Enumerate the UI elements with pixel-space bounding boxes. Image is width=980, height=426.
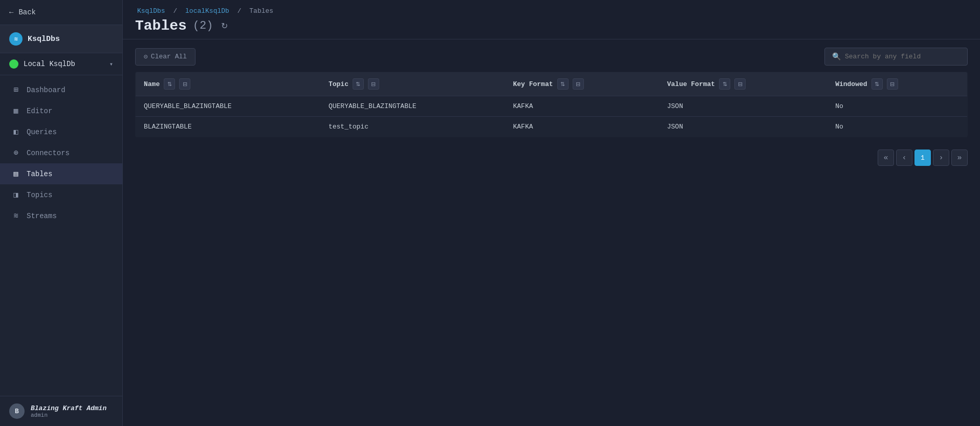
sidebar-item-label: Streams bbox=[27, 212, 57, 220]
cell-name: BLAZINGTABLE bbox=[136, 117, 320, 137]
col-header-value-format: Value Format ⇅ ⊟ bbox=[659, 72, 827, 96]
search-icon: 🔍 bbox=[832, 52, 841, 61]
pagination: « ‹ 1 › » bbox=[135, 143, 968, 168]
editor-icon: ▦ bbox=[11, 106, 20, 116]
user-section: B Blazing Kraft Admin admin bbox=[0, 396, 122, 426]
col-key-format-label: Key Format bbox=[513, 80, 553, 88]
env-left: Local KsqlDb bbox=[9, 59, 75, 69]
main-content: KsqlDbs / localKsqlDb / Tables Tables (2… bbox=[123, 0, 980, 426]
env-status-dot bbox=[9, 59, 18, 69]
user-role: admin bbox=[31, 412, 106, 418]
breadcrumb-tables: Tables bbox=[249, 7, 273, 15]
prev-page-button[interactable]: ‹ bbox=[896, 150, 912, 166]
sidebar-item-label: Topics bbox=[27, 191, 52, 199]
table-row[interactable]: BLAZINGTABLEtest_topicKAFKAJSONNo bbox=[136, 117, 968, 137]
name-sort-button[interactable]: ⇅ bbox=[164, 78, 175, 90]
search-box: 🔍 bbox=[824, 48, 968, 66]
page-header: KsqlDbs / localKsqlDb / Tables Tables (2… bbox=[123, 0, 980, 39]
breadcrumb-ksqldbs[interactable]: KsqlDbs bbox=[137, 7, 165, 15]
table-container: ⊝ Clear All 🔍 Name ⇅ ⊟ bbox=[123, 39, 980, 426]
windowed-filter-button[interactable]: ⊟ bbox=[887, 78, 898, 90]
sidebar: ← Back ≋ KsqlDbs Local KsqlDb ▾ ⊞ Dashbo… bbox=[0, 0, 123, 426]
key-format-filter-button[interactable]: ⊟ bbox=[573, 78, 584, 90]
sidebar-item-streams[interactable]: ≋ Streams bbox=[0, 205, 122, 226]
back-label: Back bbox=[18, 8, 36, 16]
current-page-button[interactable]: 1 bbox=[914, 150, 931, 166]
tables-icon: ▤ bbox=[11, 169, 20, 179]
topic-filter-button[interactable]: ⊟ bbox=[368, 78, 379, 90]
sidebar-item-label: Tables bbox=[27, 170, 52, 178]
last-page-button[interactable]: » bbox=[951, 150, 968, 166]
sidebar-item-label: Queries bbox=[27, 128, 57, 136]
brand-section: ≋ KsqlDbs bbox=[0, 25, 122, 53]
cell-windowed: No bbox=[827, 117, 967, 137]
value-format-filter-button[interactable]: ⊟ bbox=[734, 78, 746, 90]
avatar-char: B bbox=[15, 408, 19, 415]
brand-icon: ≋ bbox=[9, 32, 23, 46]
col-name-label: Name bbox=[144, 80, 160, 88]
first-page-button[interactable]: « bbox=[878, 150, 894, 166]
cell-key_format: KAFKA bbox=[505, 96, 659, 117]
windowed-sort-button[interactable]: ⇅ bbox=[872, 78, 883, 90]
brand-label: KsqlDbs bbox=[28, 35, 60, 44]
cell-topic: test_topic bbox=[320, 117, 505, 137]
toolbar: ⊝ Clear All 🔍 bbox=[135, 48, 968, 66]
queries-icon: ◧ bbox=[11, 127, 20, 137]
last-page-icon: » bbox=[957, 154, 962, 162]
user-name: Blazing Kraft Admin bbox=[31, 404, 106, 412]
page-count: (2) bbox=[193, 19, 213, 32]
sidebar-item-tables[interactable]: ▤ Tables bbox=[0, 163, 122, 184]
back-button[interactable]: ← Back bbox=[0, 0, 122, 25]
chevron-down-icon: ▾ bbox=[110, 60, 113, 68]
col-value-format-label: Value Format bbox=[667, 80, 715, 88]
env-label: Local KsqlDb bbox=[24, 60, 75, 68]
breadcrumb: KsqlDbs / localKsqlDb / Tables bbox=[135, 7, 968, 15]
user-info: Blazing Kraft Admin admin bbox=[31, 404, 106, 418]
col-topic-label: Topic bbox=[329, 80, 349, 88]
clear-all-button[interactable]: ⊝ Clear All bbox=[135, 48, 195, 66]
streams-icon: ≋ bbox=[11, 211, 20, 221]
col-windowed-label: Windowed bbox=[835, 80, 867, 88]
sidebar-nav: ⊞ Dashboard ▦ Editor ◧ Queries ⊕ Connect… bbox=[0, 75, 122, 396]
cell-windowed: No bbox=[827, 96, 967, 117]
cell-value_format: JSON bbox=[659, 117, 827, 137]
sidebar-item-label: Connectors bbox=[27, 149, 70, 157]
prev-page-icon: ‹ bbox=[902, 154, 906, 162]
sidebar-item-connectors[interactable]: ⊕ Connectors bbox=[0, 142, 122, 163]
refresh-button[interactable]: ↻ bbox=[219, 19, 230, 33]
environment-selector[interactable]: Local KsqlDb ▾ bbox=[0, 53, 122, 75]
cell-name: QUERYABLE_BLAZINGTABLE bbox=[136, 96, 320, 117]
name-filter-button[interactable]: ⊟ bbox=[179, 78, 190, 90]
col-header-key-format: Key Format ⇅ ⊟ bbox=[505, 72, 659, 96]
next-page-icon: › bbox=[939, 154, 943, 162]
breadcrumb-localksqldb[interactable]: localKsqlDb bbox=[185, 7, 229, 15]
current-page-label: 1 bbox=[921, 154, 925, 162]
topics-icon: ◨ bbox=[11, 190, 20, 200]
back-arrow-icon: ← bbox=[9, 8, 13, 16]
col-header-topic: Topic ⇅ ⊟ bbox=[320, 72, 505, 96]
sidebar-item-dashboard[interactable]: ⊞ Dashboard bbox=[0, 79, 122, 100]
avatar: B bbox=[9, 403, 25, 419]
col-header-name: Name ⇅ ⊟ bbox=[136, 72, 320, 96]
next-page-button[interactable]: › bbox=[933, 150, 949, 166]
page-title-row: Tables (2) ↻ bbox=[135, 18, 968, 34]
sidebar-item-topics[interactable]: ◨ Topics bbox=[0, 184, 122, 205]
sidebar-item-editor[interactable]: ▦ Editor bbox=[0, 100, 122, 121]
table-body: QUERYABLE_BLAZINGTABLEQUERYABLE_BLAZINGT… bbox=[136, 96, 968, 137]
sidebar-item-label: Dashboard bbox=[27, 86, 66, 94]
cell-topic: QUERYABLE_BLAZINGTABLE bbox=[320, 96, 505, 117]
sidebar-item-label: Editor bbox=[27, 107, 52, 115]
brand-icon-char: ≋ bbox=[14, 35, 17, 43]
col-header-windowed: Windowed ⇅ ⊟ bbox=[827, 72, 967, 96]
value-format-sort-button[interactable]: ⇅ bbox=[719, 78, 730, 90]
search-input[interactable] bbox=[845, 53, 960, 60]
sidebar-item-queries[interactable]: ◧ Queries bbox=[0, 121, 122, 142]
key-format-sort-button[interactable]: ⇅ bbox=[557, 78, 569, 90]
cell-value_format: JSON bbox=[659, 96, 827, 117]
table-row[interactable]: QUERYABLE_BLAZINGTABLEQUERYABLE_BLAZINGT… bbox=[136, 96, 968, 117]
topic-sort-button[interactable]: ⇅ bbox=[353, 78, 364, 90]
first-page-icon: « bbox=[883, 154, 888, 162]
cell-key_format: KAFKA bbox=[505, 117, 659, 137]
filter-icon: ⊝ bbox=[144, 53, 148, 61]
data-table: Name ⇅ ⊟ Topic ⇅ ⊟ K bbox=[135, 72, 968, 137]
